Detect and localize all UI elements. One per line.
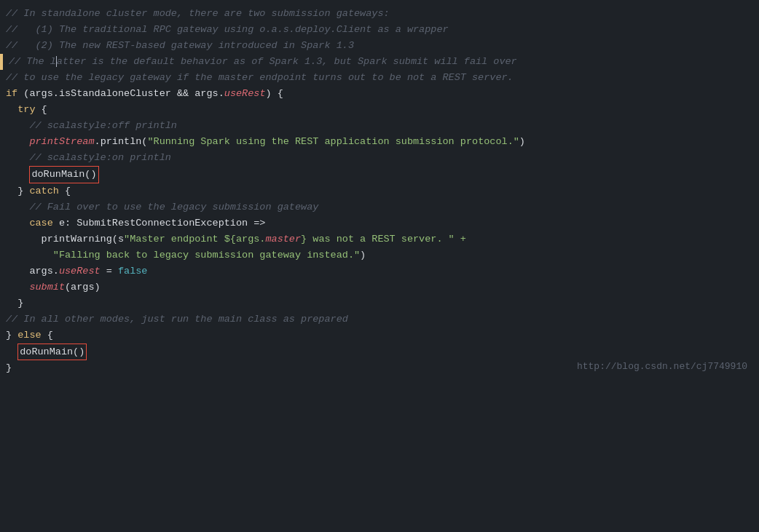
line-2-text: // (1) The traditional RPC gateway using… — [6, 22, 449, 38]
code-line-4: // The latter is the default behavior as… — [0, 54, 759, 70]
line-3-text: // (2) The new REST-based gateway introd… — [6, 38, 354, 54]
code-line-2: // (1) The traditional RPC gateway using… — [0, 22, 759, 38]
dorunmain-box-2: doRunMain() — [17, 344, 87, 361]
watermark: http://blog.csdn.net/cj7749910 — [577, 360, 747, 375]
line-14-text: case e: SubmitRestConnectionException => — [6, 215, 265, 231]
code-line-7: try { — [0, 102, 759, 118]
code-line-3: // (2) The new REST-based gateway introd… — [0, 38, 759, 54]
code-line-10: // scalastyle:on println — [0, 150, 759, 166]
line-22-text: doRunMain() — [6, 344, 87, 361]
line-21-text: } else { — [6, 327, 53, 344]
left-marker — [0, 54, 3, 70]
line-10-text: // scalastyle:on println — [6, 150, 171, 166]
line-19-text: } — [6, 295, 23, 311]
code-line-9: printStream.println("Running Spark using… — [0, 134, 759, 150]
line-6-text: if (args.isStandaloneCluster && args.use… — [6, 86, 283, 102]
code-line-22: doRunMain() — [0, 344, 759, 361]
code-line-21: } else { — [0, 327, 759, 344]
line-7-text: try { — [6, 102, 47, 118]
line-9-text: printStream.println("Running Spark using… — [6, 134, 525, 150]
code-line-11: doRunMain() — [0, 166, 759, 183]
code-line-19: } — [0, 295, 759, 311]
line-11-text: doRunMain() — [6, 166, 99, 183]
code-line-18: submit(args) — [0, 279, 759, 295]
code-line-12: } catch { — [0, 183, 759, 199]
line-12-text: } catch { — [6, 183, 71, 199]
code-editor: // In standalone cluster mode, there are… — [0, 0, 759, 382]
line-16-text: "Falling back to legacy submission gatew… — [6, 247, 366, 263]
line-8-text: // scalastyle:off println — [6, 118, 177, 134]
line-5-text: // to use the legacy gateway if the mast… — [6, 70, 514, 86]
code-line-14: case e: SubmitRestConnectionException => — [0, 215, 759, 231]
line-1-text: // In standalone cluster mode, there are… — [6, 6, 390, 22]
code-line-13: // Fail over to use the legacy submissio… — [0, 199, 759, 215]
line-20-text: // In all other modes, just run the main… — [6, 311, 348, 327]
line-13-text: // Fail over to use the legacy submissio… — [6, 199, 318, 215]
code-line-16: "Falling back to legacy submission gatew… — [0, 247, 759, 263]
code-line-8: // scalastyle:off println — [0, 118, 759, 134]
code-line-20: // In all other modes, just run the main… — [0, 311, 759, 327]
dorunmain-box-1: doRunMain() — [29, 166, 98, 183]
code-line-6: if (args.isStandaloneCluster && args.use… — [0, 86, 759, 102]
code-line-5: // to use the legacy gateway if the mast… — [0, 70, 759, 86]
line-23-text: } — [6, 360, 12, 376]
code-line-15: printWarning(s"Master endpoint ${args.ma… — [0, 231, 759, 247]
line-4-text: // The latter is the default behavior as… — [6, 54, 517, 70]
code-line-17: args.useRest = false — [0, 263, 759, 279]
line-17-text: args.useRest = false — [6, 263, 147, 279]
code-line-1: // In standalone cluster mode, there are… — [0, 6, 759, 22]
line-15-text: printWarning(s"Master endpoint ${args.ma… — [6, 231, 466, 247]
line-18-text: submit(args) — [6, 279, 101, 295]
